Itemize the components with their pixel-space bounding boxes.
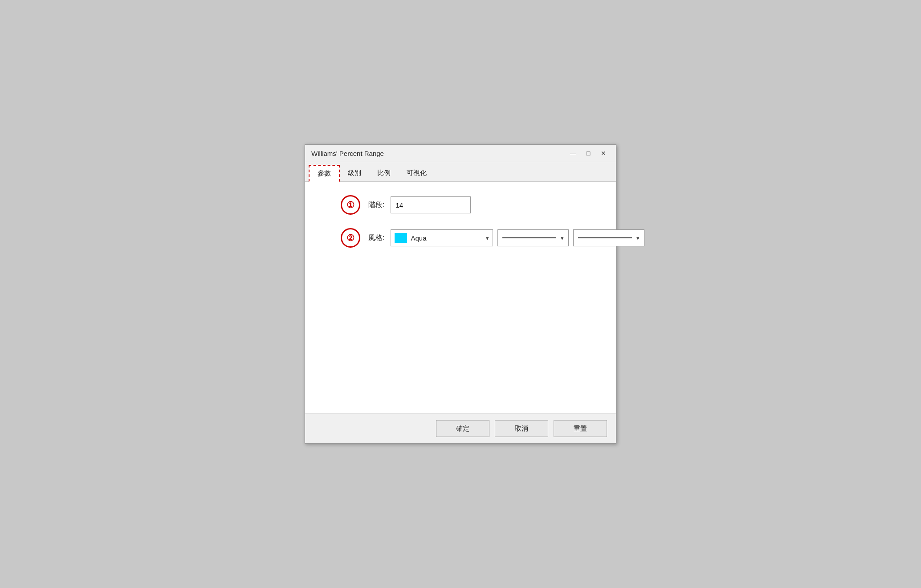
tab-bar: 參數 級別 比例 可視化	[305, 162, 616, 182]
window-title: Williams' Percent Range	[311, 150, 384, 157]
style-select-group: Aqua ▾ ▾ ▾	[391, 229, 644, 246]
cancel-button[interactable]: 取消	[495, 420, 548, 437]
line-style-dropdown-1[interactable]: ▾	[497, 229, 569, 246]
tab-grades[interactable]: 級別	[340, 165, 369, 181]
color-dropdown-arrow: ▾	[486, 235, 489, 241]
form-row-2: ② 風格: Aqua ▾ ▾ ▾	[341, 228, 607, 248]
color-swatch	[395, 233, 407, 243]
line-icon-1	[502, 237, 556, 238]
form-row-1: ① 階段:	[341, 195, 607, 215]
line-icon-2	[578, 237, 632, 238]
reset-button[interactable]: 重置	[554, 420, 607, 437]
stage-input[interactable]	[391, 196, 471, 213]
tab-params[interactable]: 參數	[309, 165, 340, 182]
title-bar: Williams' Percent Range — □ ✕	[305, 145, 616, 162]
tab-scale[interactable]: 比例	[369, 165, 399, 181]
color-dropdown[interactable]: Aqua ▾	[391, 229, 493, 246]
line-style-arrow-2: ▾	[636, 235, 640, 241]
window-controls: — □ ✕	[567, 148, 610, 158]
footer: 確定 取消 重置	[305, 413, 616, 443]
confirm-button[interactable]: 確定	[436, 420, 489, 437]
window: Williams' Percent Range — □ ✕ 參數 級別 比例 可…	[305, 144, 616, 444]
label-style: 風格:	[368, 233, 384, 243]
tab-visualize[interactable]: 可視化	[399, 165, 435, 181]
main-content: ① 階段: ② 風格: Aqua ▾ ▾	[305, 182, 616, 413]
minimize-button[interactable]: —	[567, 148, 579, 158]
line-style-arrow-1: ▾	[561, 235, 564, 241]
label-stage: 階段:	[368, 200, 384, 210]
badge-1: ①	[341, 195, 360, 215]
color-name: Aqua	[411, 234, 486, 242]
badge-2: ②	[341, 228, 360, 248]
line-style-dropdown-2[interactable]: ▾	[573, 229, 644, 246]
close-button[interactable]: ✕	[597, 148, 610, 158]
maximize-button[interactable]: □	[582, 148, 595, 158]
